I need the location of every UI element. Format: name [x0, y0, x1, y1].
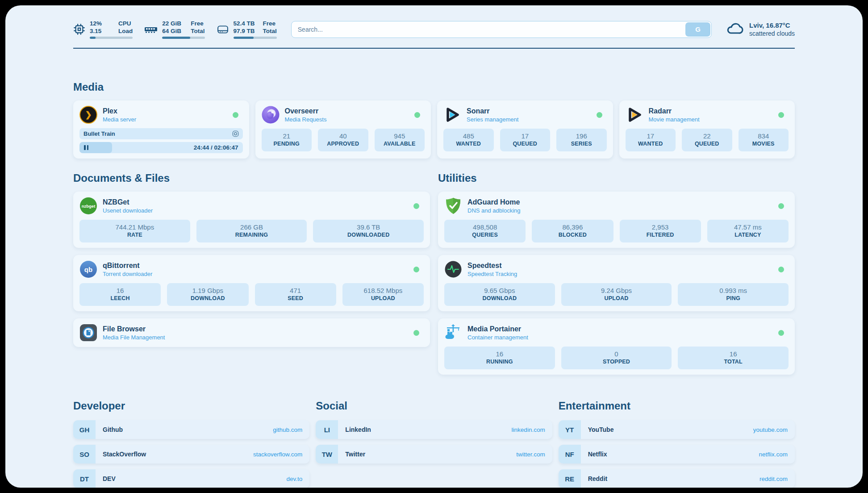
section-utilities: Utilities AdGuard Home DNS and adblockin…: [438, 159, 795, 375]
app-card-sonarr[interactable]: Sonarr Series management 485 WANTED 17 Q…: [437, 100, 613, 159]
bookmark-twitter[interactable]: TW Twitter twitter.com: [316, 445, 552, 464]
section-media: Media ❯ Plex Media server Bullet Train: [73, 81, 795, 159]
bookmark-url: twitter.com: [516, 451, 545, 458]
status-online-dot: [778, 330, 784, 336]
app-title: Overseerr: [285, 107, 327, 116]
app-subtitle: Series management: [467, 116, 518, 123]
app-subtitle: Container management: [467, 334, 528, 341]
stat-download: 9.65 Gbps DOWNLOAD: [444, 283, 555, 306]
header-divider: [73, 48, 795, 49]
bookmark-abbr-badge: DT: [73, 469, 96, 488]
cpu-load-value: 3.15: [90, 27, 110, 35]
bookmark-youtube[interactable]: YT YouTube youtube.com: [559, 420, 795, 439]
stat-leech: 16 LEECH: [79, 283, 161, 306]
bookmark-url: youtube.com: [753, 426, 788, 433]
playback-progress-bar: 24:44 / 02:06:47: [79, 142, 243, 153]
bookmark-github[interactable]: GH Github github.com: [73, 420, 309, 439]
app-subtitle: DNS and adblocking: [467, 207, 521, 214]
section-title-utilities: Utilities: [438, 172, 795, 184]
topbar: 12% 3.15 CPU Load: [73, 5, 795, 39]
stat-filtered: 2,953 FILTERED: [620, 220, 701, 242]
section-documents-files: Documents & Files nzbget NZBGet Usenet d…: [73, 159, 430, 375]
stat-rate: 744.21 Mbps RATE: [79, 220, 190, 242]
bookmark-linkedin[interactable]: LI LinkedIn linkedin.com: [316, 420, 552, 439]
playback-time: 24:44 / 02:06:47: [194, 144, 243, 151]
overseerr-icon: [262, 106, 280, 124]
disk-label-2: Total: [263, 27, 277, 35]
disk-progress-bar: [234, 37, 277, 39]
app-card-radarr[interactable]: Radarr Movie management 17 WANTED 22 QUE…: [619, 100, 795, 159]
bookmark-abbr-badge: TW: [316, 445, 338, 464]
bookmark-stackoverflow[interactable]: SO StackOverflow stackoverflow.com: [73, 445, 309, 464]
bookmark-group-title: Developer: [73, 400, 309, 412]
search-engine-button[interactable]: G: [685, 22, 710, 37]
ram-label-2: Total: [191, 27, 204, 35]
bookmark-reddit[interactable]: RE Reddit reddit.com: [559, 469, 795, 488]
cpu-label-2: Load: [118, 27, 133, 35]
stat-available: 945 AVAILABLE: [375, 129, 425, 151]
cpu-label-1: CPU: [118, 20, 133, 27]
bookmark-url: linkedin.com: [512, 426, 545, 433]
app-card-adguard[interactable]: AdGuard Home DNS and adblocking 498,508 …: [438, 192, 795, 248]
app-card-plex[interactable]: ❯ Plex Media server Bullet Train: [73, 100, 249, 159]
status-online-dot: [233, 112, 238, 118]
disk-stat-group: 52.4 TB 97.9 TB Free Total: [217, 20, 277, 39]
app-title: NZBGet: [103, 198, 153, 207]
app-subtitle: Usenet downloader: [103, 207, 153, 214]
stat-approved: 40 APPROVED: [318, 129, 368, 151]
bookmark-name: Github: [103, 426, 123, 433]
bookmark-abbr-badge: LI: [316, 420, 338, 439]
svg-text:nzbget: nzbget: [82, 204, 96, 209]
search-bar: G: [291, 21, 712, 38]
app-card-speedtest[interactable]: Speedtest Speedtest Tracking 9.65 Gbps D…: [438, 255, 795, 311]
stat-latency: 47.57 ms LATENCY: [707, 220, 789, 242]
stat-series: 196 SERIES: [556, 129, 607, 151]
stat-wanted: 485 WANTED: [443, 129, 494, 151]
disk-label-1: Free: [263, 20, 277, 27]
status-online-dot: [778, 203, 784, 209]
bookmark-abbr-badge: NF: [559, 445, 581, 464]
now-playing-title: Bullet Train: [83, 130, 115, 137]
speedtest-icon: [444, 260, 462, 278]
stat-pending: 21 PENDING: [262, 129, 312, 151]
app-card-overseerr[interactable]: Overseerr Media Requests 21 PENDING 40 A…: [255, 100, 431, 159]
bookmark-url: netflix.com: [759, 451, 788, 458]
app-card-qbittorrent[interactable]: qb qBittorrent Torrent downloader 16 LEE…: [73, 255, 430, 311]
app-card-filebrowser[interactable]: File Browser Media File Management: [73, 318, 430, 347]
bookmark-abbr-badge: RE: [559, 469, 581, 488]
cpu-progress-bar: [90, 37, 133, 39]
ram-stat-group: 22 GiB 64 GiB Free Total: [144, 20, 204, 39]
pause-icon: [84, 145, 88, 150]
bookmark-group-social: Social LI LinkedIn linkedin.com TW Twitt…: [316, 400, 552, 488]
stat-blocked: 86,396 BLOCKED: [532, 220, 613, 242]
bookmark-url: dev.to: [287, 476, 303, 482]
app-subtitle: Torrent downloader: [103, 270, 152, 278]
bookmark-netflix[interactable]: NF Netflix netflix.com: [559, 445, 795, 464]
bookmark-dev[interactable]: DT DEV dev.to: [73, 469, 309, 488]
bookmark-name: Netflix: [588, 451, 607, 458]
cpu-icon: [73, 23, 85, 35]
app-subtitle: Media Requests: [285, 116, 327, 123]
search-input[interactable]: [291, 21, 712, 38]
ram-icon: [144, 25, 158, 34]
filebrowser-icon: [79, 324, 97, 342]
status-online-dot: [413, 330, 419, 336]
app-card-nzbget[interactable]: nzbget NZBGet Usenet downloader 744.21 M…: [73, 192, 430, 248]
bookmark-name: Reddit: [588, 475, 608, 482]
disk-total-value: 97.9 TB: [234, 27, 255, 35]
bookmark-url: github.com: [273, 426, 302, 433]
adguard-icon: [444, 197, 462, 215]
bookmark-url: reddit.com: [760, 476, 788, 482]
ram-total-value: 64 GiB: [162, 27, 183, 35]
app-title: Radarr: [649, 107, 700, 116]
app-subtitle: Media server: [103, 116, 136, 123]
bookmark-name: LinkedIn: [345, 426, 371, 433]
app-card-portainer[interactable]: Media Portainer Container management 16 …: [438, 318, 795, 375]
bookmark-name: DEV: [103, 475, 116, 482]
stat-queued: 22 QUEUED: [682, 129, 732, 151]
radarr-icon: [626, 106, 643, 124]
now-playing-row: Bullet Train: [79, 128, 243, 139]
stat-wanted: 17 WANTED: [626, 129, 676, 151]
status-online-dot: [778, 267, 784, 272]
system-stats: 12% 3.15 CPU Load: [73, 20, 277, 39]
